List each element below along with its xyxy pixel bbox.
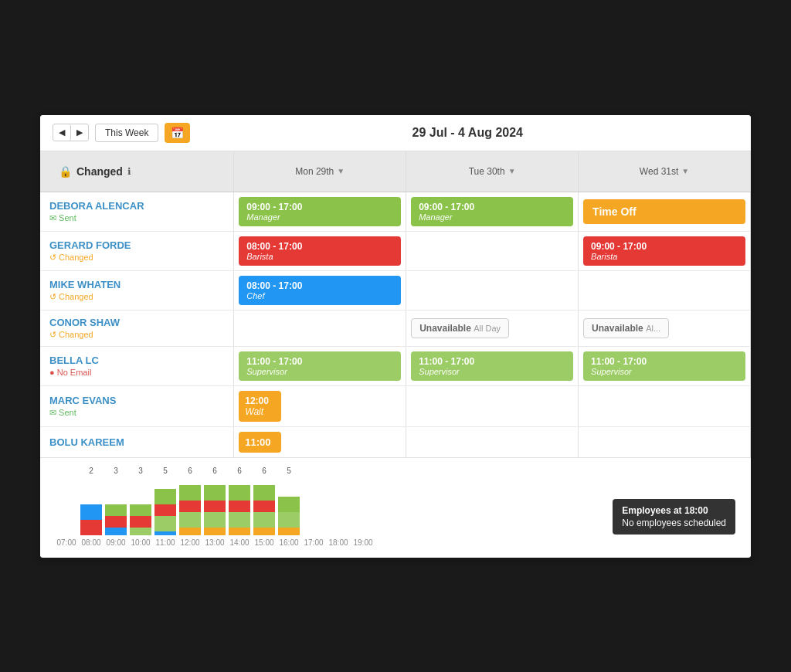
table-row: GERARD FORDE↺ Changed08:00 - 17:00Barist… bbox=[40, 231, 751, 270]
unavailable-block: Unavailable Al... bbox=[583, 318, 669, 338]
tue-chevron-icon: ▼ bbox=[508, 167, 516, 175]
bar-segment bbox=[130, 516, 151, 528]
chart-bar-group bbox=[303, 466, 324, 535]
employee-cell: GERARD FORDE↺ Changed bbox=[40, 231, 234, 270]
wed-chevron-icon: ▼ bbox=[681, 167, 689, 175]
employee-status: ✉ Sent bbox=[49, 213, 224, 223]
shift-block[interactable]: 09:00 - 17:00Manager bbox=[411, 197, 573, 226]
mon-col-header[interactable]: Mon 29th ▼ bbox=[234, 151, 406, 192]
employee-name[interactable]: BELLA LC bbox=[49, 355, 224, 366]
shift-cell[interactable] bbox=[579, 385, 751, 426]
employee-name[interactable]: BOLU KAREEM bbox=[49, 436, 224, 448]
shift-cell[interactable] bbox=[406, 270, 579, 310]
employee-name[interactable]: MIKE WHATEN bbox=[49, 279, 224, 290]
bar-segment bbox=[204, 528, 226, 535]
shift-cell[interactable] bbox=[234, 310, 406, 346]
bar-segment bbox=[179, 512, 201, 528]
chart-bar bbox=[130, 477, 151, 535]
employee-name[interactable]: GERARD FORDE bbox=[49, 239, 224, 251]
bar-segment bbox=[105, 516, 127, 528]
shift-cell[interactable]: Time Off bbox=[579, 192, 751, 231]
prev-button[interactable]: ◀ bbox=[53, 124, 71, 141]
shift-cell[interactable]: 11:00 - 17:00Supervisor bbox=[579, 346, 751, 385]
chart-bar-group: 5 bbox=[154, 467, 176, 535]
bar-count: 5 bbox=[287, 467, 291, 475]
bar-count: 6 bbox=[188, 467, 192, 475]
wed-col-header[interactable]: Wed 31st ▼ bbox=[579, 151, 751, 192]
shift-cell[interactable]: 09:00 - 17:00Barista bbox=[579, 231, 751, 270]
chart-bar bbox=[229, 477, 250, 535]
chart-time-label: 09:00 bbox=[105, 538, 127, 547]
chart-bar-group: 3 bbox=[130, 467, 151, 535]
employee-status: ● No Email bbox=[49, 368, 224, 377]
changed-label: Changed bbox=[76, 165, 123, 178]
bar-count: 6 bbox=[262, 467, 266, 475]
bar-segment bbox=[105, 528, 127, 535]
wait-block[interactable]: 12:00Wait bbox=[239, 391, 281, 422]
time-off-block[interactable]: Time Off bbox=[583, 199, 745, 224]
bar-count: 2 bbox=[89, 467, 93, 475]
shift-cell[interactable] bbox=[406, 385, 579, 426]
employee-cell: MARC EVANS✉ Sent bbox=[40, 385, 234, 426]
shift-cell[interactable]: 08:00 - 17:00Barista bbox=[234, 231, 406, 270]
chart-bar-group: 5 bbox=[278, 467, 300, 535]
employee-cell: BELLA LC● No Email bbox=[40, 346, 234, 385]
shift-cell[interactable]: 12:00Wait bbox=[234, 385, 406, 426]
bar-segment bbox=[204, 485, 226, 501]
employee-cell: DEBORA ALENCAR✉ Sent bbox=[40, 192, 234, 231]
shift-block[interactable]: 11:00 - 17:00Supervisor bbox=[411, 351, 573, 381]
shift-cell[interactable] bbox=[579, 426, 751, 457]
this-week-button[interactable]: This Week bbox=[95, 124, 158, 142]
shift-cell[interactable] bbox=[406, 231, 579, 270]
bar-segment bbox=[154, 504, 176, 516]
shift-cell[interactable]: 09:00 - 17:00Manager bbox=[406, 192, 579, 231]
partial-orange-block[interactable]: 11:00 bbox=[239, 432, 281, 453]
chart-bar bbox=[56, 477, 77, 535]
shift-cell[interactable] bbox=[579, 270, 751, 310]
shift-block[interactable]: 11:00 - 17:00Supervisor bbox=[239, 351, 401, 381]
chart-labels: 07:0008:0009:0010:0011:0012:0013:0014:00… bbox=[48, 535, 743, 547]
employee-name[interactable]: CONOR SHAW bbox=[49, 317, 224, 328]
shift-cell[interactable] bbox=[406, 426, 579, 457]
employee-name[interactable]: DEBORA ALENCAR bbox=[49, 200, 224, 212]
shift-cell[interactable]: Unavailable Al... bbox=[579, 310, 751, 346]
chart-area: 233566665 07:0008:0009:0010:0011:0012:00… bbox=[40, 457, 751, 558]
shift-cell[interactable]: 11:00 - 17:00Supervisor bbox=[406, 346, 579, 385]
chart-bar-group: 6 bbox=[253, 467, 275, 535]
bar-segment bbox=[229, 528, 250, 535]
chart-bar bbox=[328, 477, 349, 535]
shift-block[interactable]: 08:00 - 17:00Chef bbox=[239, 276, 401, 305]
shift-cell[interactable]: 11:00 bbox=[234, 426, 406, 457]
shift-cell[interactable]: Unavailable All Day bbox=[406, 310, 579, 346]
tue-col-header[interactable]: Tue 30th ▼ bbox=[406, 151, 579, 192]
table-row: BELLA LC● No Email11:00 - 17:00Superviso… bbox=[40, 346, 751, 385]
shift-block[interactable]: 11:00 - 17:00Supervisor bbox=[583, 351, 745, 381]
chart-bar bbox=[303, 477, 324, 535]
wed-label: Wed 31st bbox=[640, 166, 678, 177]
bar-segment bbox=[253, 501, 275, 512]
chart-bar bbox=[204, 477, 226, 535]
date-range-title: 29 Jul - 4 Aug 2024 bbox=[196, 126, 738, 140]
shift-block[interactable]: 09:00 - 17:00Barista bbox=[583, 236, 745, 266]
table-row: CONOR SHAW↺ Changed Unavailable All DayU… bbox=[40, 310, 751, 346]
bar-segment bbox=[204, 512, 226, 528]
next-button[interactable]: ▶ bbox=[71, 124, 88, 141]
mon-label: Mon 29th bbox=[295, 166, 334, 177]
shift-cell[interactable]: 11:00 - 17:00Supervisor bbox=[234, 346, 406, 385]
bar-segment bbox=[154, 531, 176, 535]
bar-segment bbox=[204, 501, 226, 512]
shift-cell[interactable]: 08:00 - 17:00Chef bbox=[234, 270, 406, 310]
info-icon[interactable]: ℹ bbox=[127, 166, 131, 177]
bar-count: 6 bbox=[237, 467, 242, 475]
bar-count: 3 bbox=[114, 467, 118, 475]
shift-cell[interactable]: 09:00 - 17:00Manager bbox=[234, 192, 406, 231]
table-row: MIKE WHATEN↺ Changed08:00 - 17:00Chef bbox=[40, 270, 751, 310]
chart-time-label: 13:00 bbox=[204, 538, 226, 547]
bar-segment bbox=[278, 497, 300, 512]
shift-block[interactable]: 08:00 - 17:00Barista bbox=[239, 236, 401, 266]
shift-block[interactable]: 09:00 - 17:00Manager bbox=[239, 197, 401, 226]
mon-chevron-icon: ▼ bbox=[337, 167, 345, 175]
chart-time-label: 19:00 bbox=[352, 538, 374, 547]
calendar-icon-button[interactable]: 📅 bbox=[165, 123, 190, 143]
employee-name[interactable]: MARC EVANS bbox=[49, 395, 224, 406]
